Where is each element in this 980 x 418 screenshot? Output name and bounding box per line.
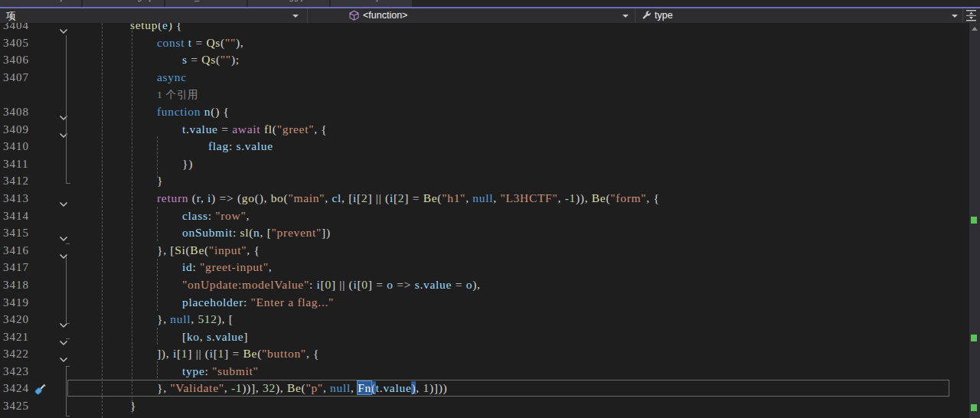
code-text: }: [157, 172, 163, 190]
code-text: ]), i[1] || (i[1] = Be("button", {: [157, 345, 319, 363]
code-line[interactable]: 3423type: "submit": [0, 363, 969, 380]
code-line[interactable]: 3407async: [0, 69, 969, 87]
code-token: "": [225, 36, 236, 49]
code-token: null: [472, 191, 493, 204]
code-token: n: [253, 226, 260, 239]
line-number[interactable]: 3420: [3, 311, 37, 328]
code-token: , {: [247, 243, 260, 256]
line-number[interactable]: 3406: [3, 51, 37, 69]
line-number[interactable]: 3408: [3, 103, 37, 121]
code-token: "row": [215, 209, 246, 222]
code-line[interactable]: 3412}: [0, 172, 969, 190]
line-number[interactable]: 3411: [3, 155, 37, 173]
code-token: ] || (: [332, 278, 353, 291]
code-line[interactable]: 3417id: "greet-input",: [0, 259, 969, 276]
code-line[interactable]: 3405const t = Qs(""),: [0, 34, 969, 52]
line-number[interactable]: 3416: [3, 242, 37, 260]
code-text: onSubmit: sl(n, ["prevent"]): [182, 224, 331, 242]
code-token: Be: [287, 381, 302, 394]
code-line[interactable]: 3406s = Qs("");: [0, 51, 969, 69]
split-editor-button[interactable]: [963, 8, 980, 23]
code-line[interactable]: 3409t.value = await fl("greet", {: [0, 121, 969, 139]
fold-guide: [66, 323, 70, 324]
line-number[interactable]: 3413: [3, 190, 37, 207]
code-token: "greet": [277, 122, 315, 136]
code-line[interactable]: 3422]), i[1] || (i[1] = Be("button", {: [0, 345, 969, 363]
document-tab[interactable]: debugg.js: [248, 0, 329, 7]
indent-guide: [102, 23, 103, 418]
code-line[interactable]: 3420}, null, 512), [: [0, 311, 969, 328]
line-number[interactable]: 3404: [3, 23, 37, 34]
code-token: "Enter a flag...": [251, 296, 334, 309]
symbol-dropdown[interactable]: <function>: [308, 8, 635, 23]
line-number[interactable]: 3422: [3, 345, 37, 363]
code-token: ,: [224, 381, 231, 394]
code-line[interactable]: 3425}: [0, 397, 969, 415]
code-token: ,: [201, 191, 207, 204]
document-tab[interactable]: test.js: [331, 0, 412, 7]
line-number[interactable]: 3407: [3, 69, 37, 87]
line-number[interactable]: 3424: [3, 380, 37, 397]
line-number[interactable]: 3417: [3, 259, 37, 276]
code-text: const t = Qs(""),: [157, 34, 243, 52]
line-number[interactable]: 3426: [3, 415, 37, 418]
code-token: }): [182, 157, 193, 170]
code-line[interactable]: 3408function n() {: [0, 103, 969, 121]
code-line[interactable]: 3411}): [0, 155, 969, 173]
code-token: ] =: [224, 347, 243, 360]
line-number[interactable]: 3423: [3, 363, 37, 380]
code-token: ),: [276, 381, 287, 394]
code-line[interactable]: 3413return (r, i) => (go(), bo("main", c…: [0, 190, 969, 207]
line-number[interactable]: 3418: [3, 276, 37, 294]
code-text: }): [116, 415, 127, 418]
codelens-row[interactable]: 1 个引用: [0, 86, 969, 103]
code-line[interactable]: 3418"onUpdate:modelValue": i[0] || (i[0]…: [0, 276, 969, 294]
line-number[interactable]: 3421: [3, 328, 37, 346]
line-number[interactable]: 3409: [3, 121, 37, 139]
line-number[interactable]: 3414: [3, 207, 37, 225]
cube-icon: [348, 10, 360, 24]
code-token: :: [229, 139, 237, 152]
line-number[interactable]: 3412: [3, 172, 37, 190]
code-text: return (r, i) => (go(), bo("main", cl, […: [157, 190, 660, 207]
fold-guide: [66, 366, 70, 367]
document-tab[interactable]: src_noclean: [165, 0, 247, 7]
vertical-scrollbar[interactable]: [969, 23, 980, 418]
code-line[interactable]: 3424}, "Validate", -1))], 32), Be("p", n…: [0, 380, 969, 397]
scrollbar-up-button[interactable]: [969, 24, 980, 34]
code-line[interactable]: 3426}): [0, 415, 969, 418]
code-token: :: [243, 296, 251, 309]
indent-guide: [157, 136, 158, 178]
code-token: flag: [208, 139, 229, 152]
code-text: }, null, 512), [: [157, 311, 234, 328]
member-dropdown[interactable]: type: [635, 8, 963, 23]
code-token: e: [162, 23, 168, 31]
project-dropdown[interactable]: 项: [0, 8, 308, 23]
fold-guide: [66, 416, 70, 416]
code-token: Qs: [206, 36, 220, 49]
code-line[interactable]: 3410flag: s.value: [0, 138, 969, 155]
line-number[interactable]: 3415: [3, 224, 37, 242]
code-line[interactable]: 3404setup(e) {: [0, 23, 969, 34]
code-line[interactable]: 3421[ko, s.value]: [0, 328, 969, 346]
code-text: s = Qs("");: [182, 51, 240, 69]
line-number[interactable]: 3419: [3, 294, 37, 312]
code-token: o: [466, 278, 472, 291]
code-line[interactable]: 3416}, [Si(Be("input", {: [0, 242, 969, 260]
line-number[interactable]: 3425: [3, 397, 37, 415]
code-editor[interactable]: 3404setup(e) {3405const t = Qs(""),3406s…: [0, 23, 969, 418]
line-number[interactable]: 3405: [3, 34, 37, 52]
line-number[interactable]: 3410: [3, 138, 37, 155]
code-token: =: [218, 122, 233, 136]
code-token: :: [205, 364, 213, 377]
document-tab[interactable]: animnal.nudge.js: [83, 0, 164, 7]
fold-guide: [66, 256, 67, 323]
document-tab[interactable]: teleseteduc.js: [0, 0, 81, 7]
code-token: =: [188, 53, 202, 66]
code-token: bo: [271, 191, 284, 204]
code-line[interactable]: 3415onSubmit: sl(n, ["prevent"]): [0, 224, 969, 242]
code-text: "onUpdate:modelValue": i[0] || (i[0] = o…: [182, 276, 481, 294]
code-line[interactable]: 3414class: "row",: [0, 207, 969, 225]
code-line[interactable]: 3419placeholder: "Enter a flag...": [0, 294, 969, 312]
code-text: async: [157, 69, 187, 87]
